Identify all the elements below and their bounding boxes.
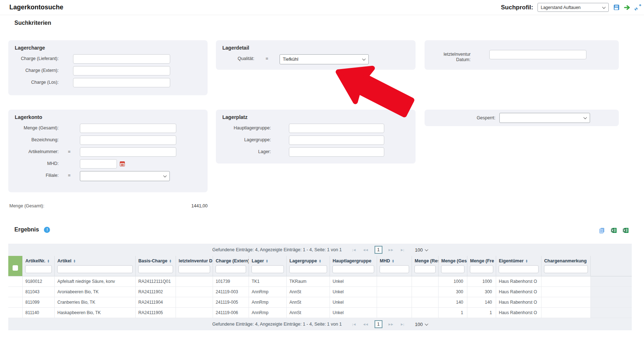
summary-label: Menge (Gesamt): (9, 203, 44, 208)
excel-icon (611, 228, 617, 233)
page-size-select[interactable]: 100 (415, 322, 428, 327)
filiale-select-wrap (80, 171, 170, 181)
column-header-label[interactable]: MHD (380, 258, 390, 263)
table-row[interactable]: 9180012Apfelsaft niedrige Säure, konvRA2… (8, 276, 632, 287)
bezeichnung-input[interactable] (80, 135, 176, 145)
sort-icon[interactable]: ▲ ▼ (169, 259, 172, 263)
current-page[interactable]: 1 (375, 246, 382, 254)
sort-icon[interactable]: ▲ ▼ (392, 259, 394, 263)
table-cell: 241119-006 (213, 308, 249, 318)
info-icon[interactable]: ! (44, 227, 50, 233)
filiale-select[interactable] (80, 171, 169, 181)
column-header-label[interactable]: Lager (252, 258, 264, 263)
charge-extern-input[interactable] (73, 66, 170, 75)
last-page-button[interactable]: ▶| (398, 321, 407, 327)
column-header-label[interactable]: Lagergruppe (290, 258, 317, 263)
column-header-label[interactable]: Artikel (58, 258, 72, 263)
lagergruppe-label: Lagergruppe: (222, 135, 271, 143)
artikelnummer-label: Artikelnummer: (15, 147, 59, 155)
profile-settings-button[interactable] (635, 4, 641, 11)
table-cell: Unkel (330, 297, 377, 308)
column-header-label[interactable]: Eigentümer (499, 258, 524, 263)
suchkriterien-heading: Suchkriterien (14, 20, 51, 26)
next-page-button[interactable]: ▶▶ (386, 247, 396, 253)
table-header-cell: Artikel▲ ▼ (54, 256, 135, 276)
column-header-label: letzteInventur D (179, 258, 213, 263)
export-excel-alt-button[interactable] (622, 227, 629, 234)
qualitaet-operator: = (254, 54, 280, 61)
sort-icon[interactable]: ▲ ▼ (525, 259, 528, 263)
column-header-label[interactable]: Basis-Charge (139, 258, 168, 263)
column-header-label[interactable]: ArtikelNr. (26, 258, 46, 263)
pagination-top: Gefundene Einträge: 4, Angezeigte Einträ… (8, 244, 632, 256)
charge-los-input[interactable] (73, 78, 170, 87)
column-filter-input[interactable] (470, 265, 493, 273)
select-all-checkbox[interactable] (13, 265, 18, 271)
table-cell: RA24111902 (135, 287, 176, 297)
table-cell: 101739 (213, 276, 249, 287)
column-filter-input[interactable] (289, 265, 327, 273)
table-cell (412, 276, 438, 287)
column-filter-input[interactable] (414, 265, 436, 273)
export-document-button[interactable] (599, 227, 605, 234)
column-filter-input[interactable] (57, 265, 133, 273)
table-cell (412, 308, 438, 318)
menge-gesamt-input[interactable] (80, 124, 176, 133)
panel-gesperrt: Gesperrt: (425, 110, 619, 126)
qualitaet-select[interactable]: Tiefkühl (280, 55, 368, 64)
sort-icon[interactable]: ▲ ▼ (47, 259, 50, 263)
lager-input[interactable] (289, 147, 384, 157)
table-cell: RA24111905 (135, 308, 176, 318)
table-row[interactable]: 811099Cranberries Bio, TKRA2411190424111… (8, 297, 632, 308)
sort-icon[interactable]: ▲ ▼ (319, 259, 321, 263)
artikelnummer-input[interactable] (80, 147, 176, 157)
table-cell: 140 (438, 297, 467, 308)
table-header-cell: Hauptlagergruppe (330, 256, 377, 276)
column-filter-input[interactable] (178, 265, 210, 273)
column-header-label[interactable]: Charge (Extern) (216, 258, 249, 263)
table-row[interactable]: 811043Aroniabeeren Bio, TKRA241119022411… (8, 287, 632, 297)
prev-page-button[interactable]: ◀◀ (360, 247, 371, 253)
column-filter-input[interactable] (380, 265, 409, 273)
filler-cell (590, 256, 632, 276)
hauptlagergruppe-input[interactable] (289, 124, 384, 133)
gears-icon (635, 4, 641, 11)
run-profile-button[interactable] (624, 4, 630, 11)
column-header-label: Menge (Res (415, 258, 439, 263)
mhd-input[interactable] (80, 159, 117, 169)
page-size-select[interactable]: 100 (415, 247, 428, 253)
table-cell: Haus Rabenhorst O (496, 287, 541, 297)
column-filter-input[interactable] (441, 265, 464, 273)
table-row[interactable]: 811140Haskapbeeren Bio, TKRA241119052411… (8, 308, 632, 318)
gesperrt-select[interactable] (500, 113, 590, 123)
last-page-button[interactable]: ▶| (398, 247, 407, 253)
table-cell: AnnSt (286, 297, 330, 308)
sort-icon[interactable]: ▲ ▼ (73, 259, 76, 263)
column-filter-input[interactable] (25, 265, 52, 273)
sort-icon[interactable]: ▲ ▼ (266, 259, 268, 263)
current-page[interactable]: 1 (375, 320, 382, 328)
calendar-icon[interactable] (120, 161, 125, 166)
column-filter-input[interactable] (138, 265, 173, 273)
column-filter-input[interactable] (251, 265, 284, 273)
first-page-button[interactable]: |◀ (350, 321, 358, 327)
charge-lieferant-input[interactable] (73, 54, 170, 64)
next-page-button[interactable]: ▶▶ (386, 321, 396, 327)
ergebnis-table-wrap: Gefundene Einträge: 4, Angezeigte Einträ… (8, 244, 632, 330)
lagergruppe-input[interactable] (289, 135, 384, 145)
prev-page-button[interactable]: ◀◀ (360, 321, 371, 327)
save-profile-button[interactable] (613, 4, 620, 11)
search-profile-select[interactable]: Lagerstand Auftauen (538, 3, 608, 12)
column-filter-input[interactable] (332, 265, 374, 273)
export-excel-button[interactable] (611, 227, 617, 234)
table-cell: 811140 (22, 308, 54, 318)
search-profile-cluster: Suchprofil: Lagerstand Auftauen (501, 3, 641, 12)
menge-gesamt-summary: Menge (Gesamt): 1441,00 (9, 203, 208, 208)
column-filter-input[interactable] (216, 265, 246, 273)
letzte-inventur-input[interactable] (489, 50, 586, 59)
column-filter-input[interactable] (544, 265, 588, 273)
table-header-cell: Menge (Fre (467, 256, 496, 276)
first-page-button[interactable]: |◀ (350, 247, 358, 253)
column-filter-input[interactable] (499, 265, 539, 273)
table-cell: AnnRmp (249, 287, 286, 297)
